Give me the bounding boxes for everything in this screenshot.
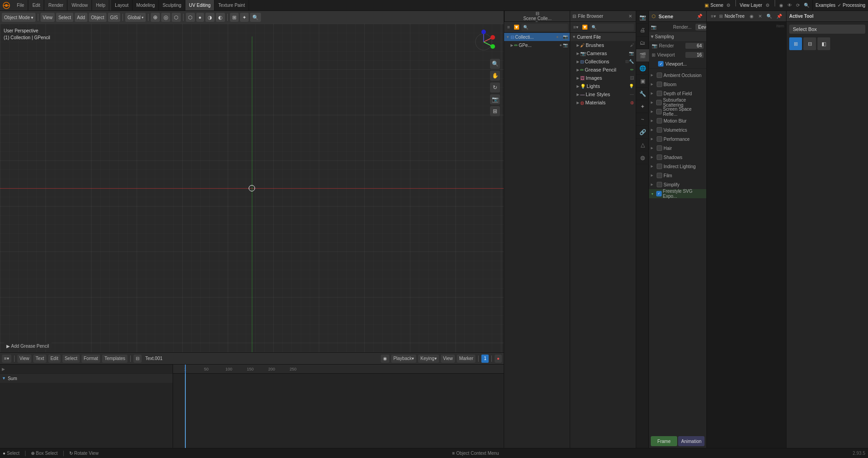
- orbit-btn[interactable]: ↻: [490, 82, 500, 93]
- props-tab-world[interactable]: 🌐: [636, 62, 649, 75]
- fb-item-materials[interactable]: ▶ ◍ Materials ◍: [570, 98, 636, 107]
- camera-view-btn[interactable]: 📷: [490, 94, 500, 104]
- shading-solid-btn[interactable]: ●: [196, 13, 204, 22]
- viewport-denoising-checkbox[interactable]: ✓: [658, 61, 664, 67]
- pan-btn[interactable]: ✋: [490, 71, 500, 81]
- props-header-pin-btn[interactable]: 📌: [695, 13, 704, 19]
- tl-rec-btn[interactable]: ●: [495, 355, 502, 363]
- outliner-view-btn[interactable]: ≡: [506, 24, 511, 30]
- section-performance[interactable]: ▶ Performance: [649, 134, 706, 144]
- props-tab-scene[interactable]: 🎬: [636, 49, 649, 62]
- at-icon-box-1[interactable]: ⊞: [789, 37, 802, 50]
- section-motion-blur[interactable]: ▶ Motion Blur: [649, 116, 706, 125]
- fb-item-grease-pencil[interactable]: ▶ ✏ Grease Pencil ✏: [570, 66, 636, 74]
- tl-keying-btn[interactable]: Keying▾: [418, 355, 439, 363]
- bloom-enable[interactable]: [657, 82, 662, 87]
- props-tab-material[interactable]: ◍: [636, 151, 649, 164]
- fb-item-line-styles[interactable]: ▶ — Line Styles —: [570, 90, 636, 98]
- props-tab-view-layer[interactable]: 🗂: [636, 36, 649, 49]
- section-bloom[interactable]: ▶ Bloom: [649, 80, 706, 89]
- view-layer-settings-btn[interactable]: ⚙: [764, 2, 771, 8]
- tl-playback-menu-btn[interactable]: Playback▾: [391, 355, 417, 363]
- shadows-enable[interactable]: [657, 154, 662, 160]
- outliner-item-gpencil[interactable]: ▶ ✏ GPe... ● 📷: [504, 41, 570, 49]
- workspace-tab-sculpting[interactable]: Sculpting: [159, 0, 185, 10]
- workspace-tab-texture-paint[interactable]: Texture Paint: [214, 0, 249, 10]
- tl-view-btn[interactable]: View: [17, 355, 32, 363]
- il-enable[interactable]: [657, 164, 662, 169]
- object-btn[interactable]: Object: [89, 13, 107, 22]
- section-ssr[interactable]: ▶ Screen Space Refle...: [649, 107, 706, 116]
- viewport-value-input[interactable]: [685, 52, 704, 58]
- section-film[interactable]: ▶ Film: [649, 171, 706, 180]
- fb-filter-btn[interactable]: 🔽: [581, 24, 589, 30]
- blender-logo[interactable]: [2, 1, 11, 10]
- sampling-header[interactable]: ▶ Sampling: [649, 32, 706, 41]
- mb-enable[interactable]: [657, 118, 662, 124]
- nt-pin-btn[interactable]: ◉: [748, 13, 755, 19]
- search-scene-btn[interactable]: 🔍: [250, 13, 261, 22]
- nt-overlay-btn[interactable]: ✕: [757, 13, 763, 19]
- workspace-tab-layout[interactable]: Layout: [111, 0, 133, 10]
- nodetree-content[interactable]: Item: [707, 22, 786, 448]
- tl-select-btn[interactable]: Select: [62, 355, 80, 363]
- simplify-enable[interactable]: [657, 182, 662, 187]
- viewport-gizmo[interactable]: [470, 28, 497, 56]
- fb-item-images[interactable]: ▶ 🖼 Images 🖼: [570, 74, 636, 82]
- fb-item-brushes[interactable]: ▶ 🖌 Brushes 🖌: [570, 41, 636, 49]
- ssr-enable[interactable]: [656, 109, 661, 114]
- zoom-in-btn[interactable]: 🔍: [490, 59, 500, 69]
- view-btn[interactable]: View: [41, 13, 55, 22]
- perf-enable[interactable]: [657, 136, 662, 142]
- menu-file[interactable]: File: [13, 0, 28, 10]
- gizmo-btn[interactable]: ✦: [240, 13, 249, 22]
- fb-close-btn[interactable]: ✕: [627, 13, 633, 19]
- tl-view2-btn[interactable]: View: [441, 355, 455, 363]
- props-tab-data[interactable]: △: [636, 139, 649, 151]
- at-icon-box-2[interactable]: ⊟: [803, 37, 816, 50]
- props-tab-physics[interactable]: ~: [636, 113, 649, 126]
- tl-templates-btn[interactable]: Templates: [102, 355, 128, 363]
- tl-playback-btn[interactable]: ◉: [381, 355, 389, 363]
- props-tab-modifier[interactable]: 🔧: [636, 87, 649, 100]
- outliner-gphide-icon[interactable]: 📷: [563, 43, 568, 47]
- shading-material-btn[interactable]: ◑: [205, 13, 214, 22]
- outliner-vis-icon[interactable]: ●: [556, 35, 558, 39]
- tl-mode-btn[interactable]: ≡▾: [2, 355, 11, 363]
- fb-item-collections[interactable]: ▶ ⊟ Collections ⊟🔧: [570, 57, 636, 66]
- render-value-input[interactable]: [685, 43, 704, 49]
- hair-enable[interactable]: [657, 145, 662, 151]
- scene-settings-btn[interactable]: ⚙: [725, 2, 732, 8]
- film-enable[interactable]: [657, 173, 662, 178]
- workspace-tab-uv-editing[interactable]: UV Editing: [185, 0, 214, 10]
- outliner-cam-icon[interactable]: 📷: [563, 35, 568, 39]
- props-tab-constraints[interactable]: 🔗: [636, 126, 649, 139]
- outliner-gpvis-icon[interactable]: ●: [560, 43, 562, 47]
- tl-format-btn[interactable]: Format: [82, 355, 101, 363]
- outliner-filter2-btn[interactable]: 🔽: [512, 24, 521, 30]
- add-btn[interactable]: Add: [75, 13, 87, 22]
- section-hair[interactable]: ▶ Hair: [649, 144, 706, 153]
- proportional-btn[interactable]: ◎: [161, 13, 170, 22]
- menu-help[interactable]: Help: [92, 0, 110, 10]
- fb-item-lights[interactable]: ▶ 💡 Lights 💡: [570, 82, 636, 90]
- props-tab-output[interactable]: 🖨: [636, 24, 649, 36]
- sss-enable[interactable]: [656, 100, 661, 105]
- section-shadows[interactable]: ▶ Shadows: [649, 153, 706, 162]
- vol-enable[interactable]: [657, 127, 662, 133]
- workspace-tab-modeling[interactable]: Modeling: [133, 0, 159, 10]
- menu-render[interactable]: Render: [45, 0, 67, 10]
- dof-enable[interactable]: [657, 91, 662, 96]
- nt-mode-btn[interactable]: ≡▾: [710, 13, 717, 19]
- shading-render-btn[interactable]: ◐: [216, 13, 225, 22]
- transform-btn[interactable]: ⬡: [172, 13, 181, 22]
- frame-btn[interactable]: Frame: [651, 436, 677, 446]
- props-tab-particles[interactable]: ✦: [636, 100, 649, 113]
- select-btn[interactable]: Select: [56, 13, 73, 22]
- nt-search-btn[interactable]: 🔍: [765, 13, 773, 19]
- view-icon[interactable]: 👁: [786, 2, 793, 8]
- snap-btn[interactable]: ⊕: [151, 13, 160, 22]
- gis-btn[interactable]: GIS: [108, 13, 120, 22]
- freestyle-enable[interactable]: ✓: [656, 191, 661, 196]
- render-engine-dropdown[interactable]: Eevee ▾: [695, 24, 706, 31]
